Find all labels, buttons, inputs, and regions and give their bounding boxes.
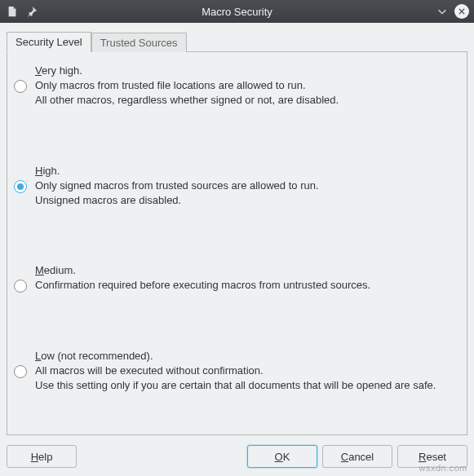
button-row: Help OK Cancel Reset: [0, 439, 474, 476]
title-post: igh.: [42, 165, 60, 177]
dialog-content: Security Level Trusted Sources Very high…: [0, 23, 474, 439]
option-line3: Use this setting only if you are certain…: [35, 378, 436, 393]
title-post: ery high.: [42, 64, 82, 77]
title-post: ow (not recommended).: [41, 350, 153, 362]
title-post: edium.: [44, 264, 76, 276]
ok-button[interactable]: OK: [247, 445, 317, 468]
close-icon[interactable]: [454, 4, 469, 19]
btn-post: eset: [426, 451, 446, 463]
chevron-down-icon[interactable]: [435, 4, 450, 19]
tab-pane-security-level: Very high. Only macros from trusted file…: [7, 52, 467, 435]
title-accel: H: [35, 165, 42, 177]
option-text-very-high: Very high. Only macros from trusted file…: [35, 64, 339, 108]
radio-high[interactable]: [14, 180, 27, 193]
btn-post: K: [283, 451, 290, 463]
reset-button[interactable]: Reset: [397, 445, 467, 468]
tab-security-level[interactable]: Security Level: [7, 32, 91, 52]
option-line3: All other macros, regardless whether sig…: [35, 93, 339, 108]
btn-accel: O: [275, 451, 283, 463]
option-very-high[interactable]: Very high. Only macros from trusted file…: [14, 64, 460, 108]
btn-post: ancel: [348, 451, 374, 463]
option-line2: Only signed macros from trusted sources …: [35, 178, 319, 193]
option-low[interactable]: Low (not recommended). All macros will b…: [14, 349, 460, 394]
option-line2: Only macros from trusted file locations …: [35, 78, 339, 93]
radio-low[interactable]: [14, 365, 27, 378]
pin-icon[interactable]: [24, 4, 39, 19]
option-high[interactable]: High. Only signed macros from trusted so…: [14, 164, 460, 209]
cancel-button[interactable]: Cancel: [322, 445, 392, 468]
option-text-low: Low (not recommended). All macros will b…: [35, 349, 436, 394]
option-line2: All macros will be executed without conf…: [35, 364, 436, 378]
radio-very-high[interactable]: [14, 80, 27, 93]
btn-accel: H: [31, 451, 38, 463]
titlebar: Macro Security: [0, 0, 474, 23]
btn-post: elp: [38, 451, 52, 463]
radio-medium[interactable]: [14, 280, 27, 293]
option-line2: Confirmation required before executing m…: [35, 278, 370, 293]
window-title: Macro Security: [44, 6, 430, 18]
option-medium[interactable]: Medium. Confirmation required before exe…: [14, 263, 460, 293]
option-text-medium: Medium. Confirmation required before exe…: [35, 263, 370, 293]
option-line3: Unsigned macros are disabled.: [35, 193, 319, 208]
tab-trusted-sources[interactable]: Trusted Sources: [91, 33, 187, 52]
title-accel: V: [35, 64, 42, 77]
tab-bar: Security Level Trusted Sources: [7, 31, 467, 52]
help-button[interactable]: Help: [7, 445, 77, 468]
title-accel: M: [35, 264, 44, 276]
btn-accel: R: [419, 451, 426, 463]
new-document-icon[interactable]: [5, 4, 20, 19]
btn-accel: C: [341, 451, 348, 463]
option-text-high: High. Only signed macros from trusted so…: [35, 164, 319, 209]
